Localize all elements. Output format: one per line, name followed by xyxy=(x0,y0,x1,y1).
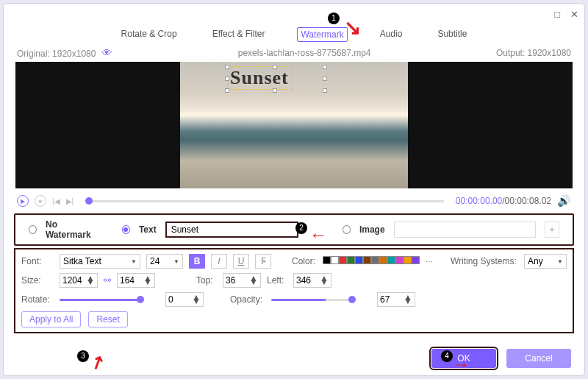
color-swatch[interactable] xyxy=(323,256,331,264)
callout-arrow-1: ↘ xyxy=(344,15,361,40)
watermark-settings-panel: Font: Sitka Text▼ 24▼ B I U F̵ Color: ··… xyxy=(14,248,574,333)
info-bar: Original: 1920x1080👁 pexels-lachlan-ross… xyxy=(4,46,584,62)
resize-handle[interactable] xyxy=(323,65,327,69)
top-input[interactable]: 36▲▼ xyxy=(223,273,261,288)
color-label: Color: xyxy=(292,256,317,266)
titlebar: □ ✕ xyxy=(4,4,584,24)
font-label: Font: xyxy=(21,256,54,266)
original-resolution: Original: 1920x1080👁 xyxy=(17,46,112,59)
output-resolution: Output: 1920x1080 xyxy=(496,48,571,58)
prev-frame-button[interactable]: |◀ xyxy=(52,197,60,205)
volume-icon[interactable]: 🔊 xyxy=(557,194,571,208)
tab-audio[interactable]: Audio xyxy=(377,27,406,42)
callout-arrow-2: ← xyxy=(309,224,327,245)
italic-button[interactable]: I xyxy=(211,254,227,269)
time-display: 00:00:00.00/00:00:08.02 xyxy=(456,196,551,206)
apply-to-all-button[interactable]: Apply to All xyxy=(21,311,81,327)
resize-handle[interactable] xyxy=(323,77,327,81)
filename-label: pexels-lachlan-ross-8775687.mp4 xyxy=(238,48,371,58)
watermark-overlay[interactable]: Sunset xyxy=(227,66,292,90)
resize-handle[interactable] xyxy=(225,65,229,69)
font-select[interactable]: Sitka Text▼ xyxy=(60,254,140,269)
maximize-button[interactable]: □ xyxy=(554,9,560,20)
writing-systems-label: Writing Systems: xyxy=(451,256,518,266)
preview-toggle-icon[interactable]: 👁 xyxy=(101,46,112,59)
width-input[interactable]: 1204▲▼ xyxy=(60,273,98,288)
callout-arrow-3: ↗ xyxy=(87,350,109,375)
close-button[interactable]: ✕ xyxy=(570,9,578,20)
tabs: Rotate & Crop Effect & Filter Watermark … xyxy=(4,24,584,46)
color-swatch[interactable] xyxy=(379,256,387,264)
resize-handle[interactable] xyxy=(225,77,229,81)
callout-2: 2 xyxy=(295,222,307,234)
next-frame-button[interactable]: ▶| xyxy=(66,197,74,205)
color-swatch[interactable] xyxy=(371,256,379,264)
callout-4: 4 xyxy=(441,350,453,362)
color-swatch[interactable] xyxy=(395,256,404,264)
tab-watermark[interactable]: Watermark xyxy=(297,27,347,42)
writing-systems-select[interactable]: Any▼ xyxy=(524,254,567,269)
timeline-thumb[interactable] xyxy=(85,197,93,205)
label-text: Text xyxy=(139,224,157,235)
rotate-slider[interactable] xyxy=(60,299,140,301)
top-label: Top: xyxy=(196,275,217,286)
tab-rotate-crop[interactable]: Rotate & Crop xyxy=(118,27,180,42)
opacity-slider[interactable] xyxy=(271,299,352,301)
editor-window: □ ✕ 1 ↘ Rotate & Crop Effect & Filter Wa… xyxy=(3,3,585,376)
bold-button[interactable]: B xyxy=(189,254,205,269)
play-button[interactable]: ▶ xyxy=(17,195,29,207)
color-swatch[interactable] xyxy=(355,256,363,264)
size-label: Size: xyxy=(21,275,54,286)
tab-effect-filter[interactable]: Effect & Filter xyxy=(209,27,268,42)
color-swatch[interactable] xyxy=(404,256,412,264)
timeline-slider[interactable] xyxy=(85,200,444,202)
resize-handle[interactable] xyxy=(225,88,229,93)
radio-image[interactable] xyxy=(343,225,351,234)
watermark-text-input[interactable] xyxy=(165,222,298,238)
label-no-watermark: No Watermark xyxy=(46,219,99,240)
underline-button[interactable]: U xyxy=(233,254,249,269)
callout-3: 3 xyxy=(77,350,89,362)
strike-button[interactable]: F̵ xyxy=(255,254,271,269)
resize-handle[interactable] xyxy=(323,88,327,93)
color-swatch[interactable] xyxy=(339,256,347,264)
resize-handle[interactable] xyxy=(273,65,277,69)
reset-button[interactable]: Reset xyxy=(88,311,127,327)
video-preview: Sunset xyxy=(15,62,573,188)
stop-button[interactable]: ■ xyxy=(35,195,46,207)
color-swatch[interactable] xyxy=(331,256,339,264)
playback-controls: ▶ ■ |◀ ▶| 00:00:00.00/00:00:08.02 🔊 xyxy=(4,188,584,213)
rotate-label: Rotate: xyxy=(21,294,54,305)
font-size-select[interactable]: 24▼ xyxy=(146,254,183,269)
color-swatches xyxy=(323,256,420,266)
color-swatch[interactable] xyxy=(363,256,371,264)
color-swatch[interactable] xyxy=(347,256,355,264)
opacity-input[interactable]: 67▲▼ xyxy=(377,292,415,307)
color-swatch[interactable] xyxy=(412,256,420,264)
video-frame[interactable]: Sunset xyxy=(180,62,408,188)
link-aspect-icon[interactable]: ⚯ xyxy=(104,275,111,286)
height-input[interactable]: 164▲▼ xyxy=(117,273,155,288)
color-swatch[interactable] xyxy=(387,256,395,264)
radio-text[interactable] xyxy=(122,225,130,234)
watermark-image-input[interactable] xyxy=(394,222,536,238)
watermark-type-row: No Watermark Text Image + xyxy=(14,213,574,246)
label-image: Image xyxy=(359,224,385,235)
left-label: Left: xyxy=(267,275,287,286)
left-input[interactable]: 346▲▼ xyxy=(293,273,331,288)
callout-arrow-4: → xyxy=(452,354,470,375)
radio-no-watermark[interactable] xyxy=(29,225,37,234)
resize-handle[interactable] xyxy=(273,88,277,93)
opacity-label: Opacity: xyxy=(230,294,265,305)
rotate-input[interactable]: 0▲▼ xyxy=(165,292,204,307)
add-image-button[interactable]: + xyxy=(545,222,559,238)
callout-1: 1 xyxy=(328,13,340,24)
tab-subtitle[interactable]: Subtitle xyxy=(434,27,470,42)
cancel-button[interactable]: Cancel xyxy=(506,349,571,368)
